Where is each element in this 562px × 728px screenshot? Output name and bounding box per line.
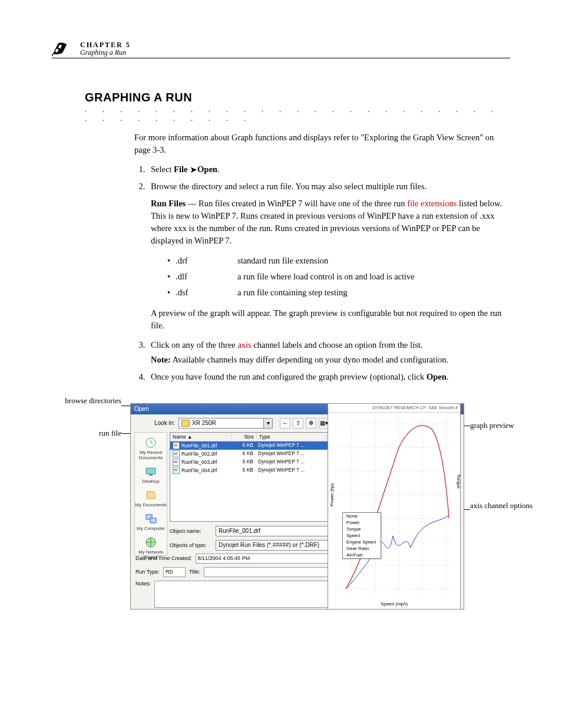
- x-axis-label[interactable]: Speed (mph): [328, 601, 460, 607]
- up-folder-icon[interactable]: ⇧: [293, 418, 303, 429]
- chapter-subtitle: Graphing a Run: [80, 49, 131, 57]
- file-extensions-link[interactable]: file extensions: [407, 199, 457, 208]
- place-computer[interactable]: My Computer: [137, 512, 165, 531]
- callout-axis: axis channel options: [470, 501, 535, 510]
- back-icon[interactable]: ←: [280, 418, 290, 429]
- callout-runfile: run file: [62, 429, 121, 438]
- runfile-icon: [173, 442, 180, 449]
- axis-option[interactable]: Air/Fuel: [343, 552, 381, 558]
- step-4: Once you have found the run and configur…: [147, 371, 504, 383]
- chevron-down-icon[interactable]: ▾: [263, 419, 272, 428]
- folder-icon: [181, 420, 190, 427]
- axis-option[interactable]: Power: [343, 519, 381, 526]
- axis-option[interactable]: Speed: [343, 532, 381, 539]
- new-folder-icon[interactable]: ✼: [306, 418, 316, 429]
- notes-label: Notes:: [135, 581, 151, 587]
- object-type-label: Objects of type:: [170, 542, 212, 548]
- body-content: For more information about Graph functio…: [134, 131, 504, 383]
- axis-options-menu[interactable]: NonePowerTorqueSpeedEngine SpeedGear Rat…: [342, 512, 381, 559]
- axis-link[interactable]: axis: [237, 340, 251, 350]
- axis-option[interactable]: Engine Speed: [343, 539, 381, 545]
- date-created-label: Date and Time Created:: [135, 555, 192, 561]
- svg-rect-3: [149, 474, 153, 476]
- svg-rect-2: [146, 468, 156, 474]
- extensions-list: •.drfstandard run file extension •.dlfa …: [167, 255, 504, 299]
- title-dotted-rule: . . . . . . . . . . . . . . . . . . . . …: [85, 106, 510, 123]
- page-header: CHAPTER 5 Graphing a Run: [52, 41, 510, 58]
- look-in-label: Look in:: [154, 420, 175, 426]
- runfile-icon: [173, 467, 180, 474]
- place-desktop[interactable]: Desktop: [142, 465, 159, 484]
- callout-browse: browse directories: [62, 396, 121, 406]
- run-type-label: Run Type:: [135, 569, 160, 575]
- callout-preview: graph preview: [470, 421, 535, 430]
- intro-paragraph: For more information about Graph functio…: [134, 131, 504, 156]
- figure-open-dialog: browse directories run file graph previe…: [62, 396, 510, 608]
- place-documents[interactable]: My Documents: [135, 489, 166, 508]
- y-axis-right-label[interactable]: Torque: [456, 474, 461, 488]
- svg-rect-5: [150, 518, 156, 523]
- menu-arrow-icon: ➤: [190, 164, 197, 176]
- run-type-field: RD: [163, 567, 186, 577]
- place-recent[interactable]: My Recent Documents: [135, 436, 167, 460]
- places-bar: My Recent Documents Desktop My Documents…: [134, 432, 167, 556]
- step-2: Browse the directory and select a run fi…: [147, 180, 504, 331]
- checkered-flag-icon: [52, 41, 73, 57]
- look-in-combo[interactable]: XR 250R ▾: [178, 418, 273, 429]
- object-name-label: Object name:: [170, 528, 212, 534]
- graph-plot: [328, 412, 460, 609]
- axis-option[interactable]: None: [343, 513, 381, 519]
- runfile-icon: [173, 450, 180, 457]
- axis-option[interactable]: Torque: [343, 526, 381, 532]
- graph-preview-panel: DYNOJET RESEARCH CF: SAE Smooth:4: [328, 403, 461, 610]
- graph-header: DYNOJET RESEARCH CF: SAE Smooth:4: [328, 404, 460, 413]
- title-label: Title:: [189, 569, 200, 575]
- runfile-icon: [173, 459, 180, 466]
- section-title: GRAPHING A RUN: [85, 91, 510, 104]
- dialog-title: Open: [134, 406, 148, 412]
- axis-option[interactable]: Gear Ratio: [343, 545, 381, 552]
- svg-line-0: [52, 54, 53, 57]
- step-3: Click on any of the three axis channel l…: [147, 339, 504, 366]
- step-1: Select File ➤Open.: [147, 163, 504, 176]
- y-axis-left-label[interactable]: Power (hp): [329, 483, 335, 506]
